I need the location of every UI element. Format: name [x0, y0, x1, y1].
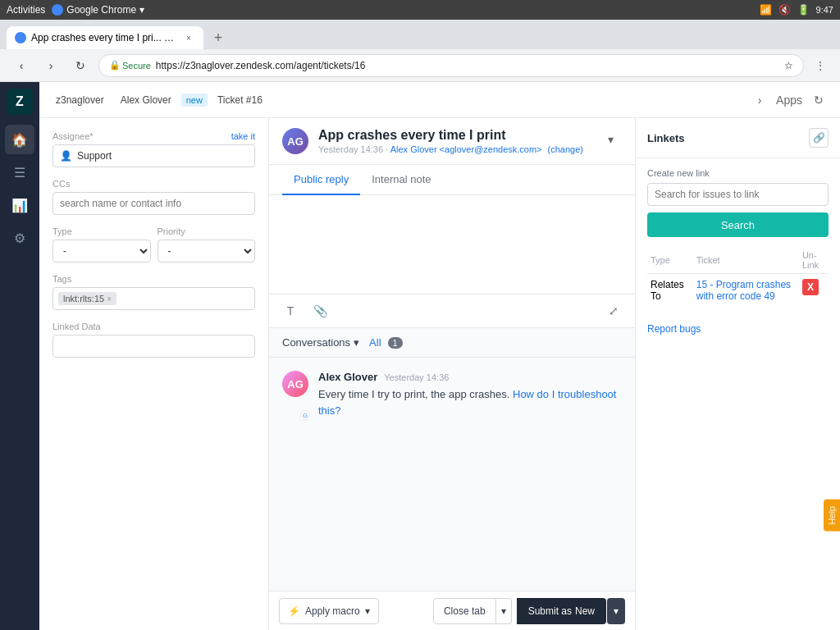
chrome-addressbar: ‹ › ↻ 🔒 Secure https://z3naglover.zendes…	[0, 49, 840, 82]
apply-macro-button[interactable]: ⚡ Apply macro ▾	[279, 598, 379, 624]
change-link[interactable]: (change)	[548, 144, 583, 154]
priority-field-group: Priority -	[158, 226, 256, 262]
linkets-row-ticket: 15 - Program crashes with error code 49	[693, 274, 799, 308]
lightning-icon: ⚡	[288, 605, 300, 617]
tag-value: lnkt:rlts:15	[63, 294, 104, 304]
msg-avatar-wrapper: AG G	[282, 371, 308, 418]
close-tab-button[interactable]: Close tab	[433, 598, 496, 624]
col-unlink: Un-Link	[799, 247, 829, 274]
ccs-field-group: CCs	[52, 179, 255, 215]
forward-button[interactable]: ›	[39, 54, 62, 77]
rail-views[interactable]: ☰	[5, 158, 34, 187]
zd-content: z3naglover Alex Glover new Ticket #16 › …	[39, 82, 840, 630]
breadcrumb: z3naglover Alex Glover new Ticket #16	[49, 91, 269, 109]
help-button[interactable]: Help	[824, 500, 840, 532]
expand-button[interactable]: ⤢	[602, 299, 625, 322]
report-bugs-link[interactable]: Report bugs	[636, 317, 840, 341]
reload-button[interactable]: ↻	[69, 54, 92, 77]
linked-data-input[interactable]	[52, 335, 255, 358]
breadcrumb-z3naglover[interactable]: z3naglover	[49, 91, 111, 109]
linkets-search-input[interactable]	[647, 183, 829, 206]
msg-text: Every time I try to print, the app crash…	[318, 386, 622, 418]
address-bar[interactable]: 🔒 Secure https://z3naglover.zendesk.com/…	[98, 54, 804, 77]
ccs-search[interactable]	[60, 198, 248, 209]
apps-button[interactable]: Apps	[778, 89, 801, 112]
chrome-tab-active[interactable]: App crashes every time I pri... #16 ×	[7, 26, 203, 49]
ccs-label: CCs	[52, 179, 255, 189]
assignee-input[interactable]: 👤 Support	[52, 144, 255, 167]
tab-public-reply[interactable]: Public reply	[282, 165, 360, 195]
ticket-options-button[interactable]: ▾	[599, 128, 622, 151]
rail-home[interactable]: 🏠	[5, 125, 34, 154]
app-layout: Z 🏠 ☰ 📊 ⚙ z3naglover Alex Glover new Tic…	[0, 82, 840, 630]
col-type: Type	[647, 247, 693, 274]
take-it-link[interactable]: take it	[231, 131, 255, 141]
text-format-button[interactable]: T	[279, 299, 302, 322]
tab-internal-note[interactable]: Internal note	[360, 165, 442, 195]
assignee-label-text: Assignee*	[52, 131, 94, 141]
ticket-header: AG App crashes every time I print Yester…	[269, 118, 635, 165]
conversations-chevron: ▾	[354, 336, 359, 349]
tags-field-group: Tags lnkt:rlts:15 ×	[52, 274, 255, 310]
tab-close-button[interactable]: ×	[182, 31, 195, 44]
type-select[interactable]: -	[52, 240, 151, 262]
priority-select[interactable]: -	[158, 240, 256, 262]
breadcrumb-alex-glover[interactable]: Alex Glover	[114, 91, 178, 109]
new-tab-button[interactable]: +	[207, 26, 230, 49]
linkets-row: Relates To 15 - Program crashes with err…	[647, 274, 829, 308]
linkets-ticket-link[interactable]: 15 - Program crashes with error code 49	[696, 279, 791, 302]
star-icon[interactable]: ☆	[784, 60, 793, 71]
assignee-value: Support	[77, 150, 112, 162]
tags-container[interactable]: lnkt:rlts:15 ×	[52, 287, 255, 310]
type-priority-row: Type - Priority -	[52, 226, 255, 274]
submit-arrow-button[interactable]: ▾	[607, 598, 625, 624]
breadcrumb-ticket[interactable]: Ticket #16	[211, 91, 269, 109]
submit-status: New	[575, 605, 595, 617]
linkets-table: Type Ticket Un-Link Relates To 15 - Prog…	[647, 247, 829, 307]
msg-time: Yesterday 14:36	[384, 372, 449, 382]
action-bar: ⚡ Apply macro ▾ Close tab ▾	[269, 591, 635, 630]
tab-title: App crashes every time I pri... #16	[31, 32, 177, 43]
ticket-timestamp: Yesterday 14:36	[318, 144, 383, 154]
nav-arrow-button[interactable]: ›	[748, 89, 771, 112]
reply-editor[interactable]	[269, 195, 635, 294]
all-count-badge: 1	[388, 337, 403, 349]
extensions-icon[interactable]: ⋮	[810, 56, 830, 75]
rail-reports[interactable]: 📊	[5, 190, 34, 220]
attach-file-button[interactable]: 📎	[308, 299, 331, 322]
zd-logo: Z	[7, 89, 33, 115]
linkets-search-button[interactable]: Search	[647, 212, 829, 237]
action-bar-right: Close tab ▾ Submit as New ▾	[433, 598, 625, 624]
ticket-header-info: App crashes every time I print Yesterday…	[318, 128, 583, 154]
close-tab-arrow-button[interactable]: ▾	[496, 598, 512, 624]
refresh-button[interactable]: ↻	[807, 89, 830, 112]
chrome-label[interactable]: Google Chrome	[66, 4, 136, 16]
lock-icon: 🔒	[109, 60, 121, 71]
ticket-author-link[interactable]: Alex Glover <aglover@zendesk.com>	[390, 144, 545, 154]
tag-remove-button[interactable]: ×	[107, 294, 112, 304]
linkets-row-type: Relates To	[647, 274, 693, 308]
submit-button[interactable]: Submit as New	[517, 598, 606, 624]
priority-label: Priority	[158, 226, 256, 236]
ticket-author: Alex Glover	[390, 144, 437, 154]
conversations-bar: Conversations ▾ All 1	[269, 328, 635, 358]
secure-label: Secure	[122, 61, 151, 71]
addressbar-icons: ⋮	[810, 56, 830, 75]
ticket-author-email: aglover@zendesk.com	[445, 144, 536, 154]
ticket-requester-avatar: AG	[282, 128, 308, 154]
linkets-link-icon-button[interactable]: 🔗	[809, 128, 829, 148]
unlink-button[interactable]: X	[802, 279, 819, 295]
submit-group: Submit as New ▾	[517, 598, 625, 624]
tab-favicon	[15, 32, 26, 43]
msg-author: Alex Glover	[318, 371, 377, 383]
all-tab[interactable]: All 1	[369, 336, 403, 349]
ccs-input[interactable]	[52, 192, 255, 215]
close-tab-label: Close tab	[444, 605, 486, 617]
conversations-dropdown[interactable]: Conversations ▾	[282, 336, 359, 349]
chrome-arrow[interactable]: ▾	[139, 4, 144, 16]
rail-settings[interactable]: ⚙	[5, 223, 34, 253]
activities-label[interactable]: Activities	[7, 4, 45, 16]
back-button[interactable]: ‹	[10, 54, 33, 77]
tag-item: lnkt:rlts:15 ×	[58, 292, 116, 305]
os-bar-right: 📶 🔇 🔋 9:47	[760, 4, 833, 16]
